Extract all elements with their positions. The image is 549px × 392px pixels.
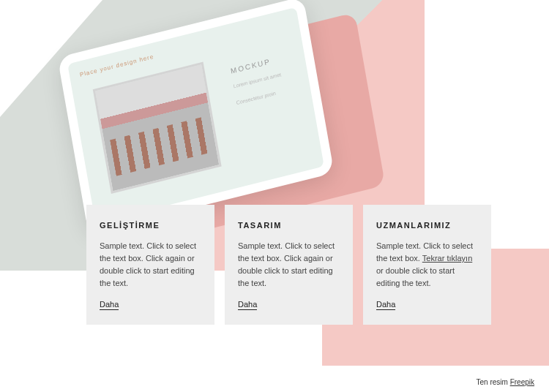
card-body[interactable]: Sample text. Click to select the text bo… bbox=[238, 240, 340, 290]
screen-preview-image bbox=[93, 62, 222, 194]
image-credit: Ten resim Freepik bbox=[477, 378, 534, 386]
card-design[interactable]: TASARIM Sample text. Click to select the… bbox=[225, 205, 353, 325]
card-more-link[interactable]: Daha bbox=[100, 300, 119, 310]
screen-side-text: MOCKUP Lorem ipsum sit amet Consectetur … bbox=[230, 52, 297, 107]
card-title: UZMANLARIMIZ bbox=[376, 221, 478, 230]
card-more-link[interactable]: Daha bbox=[238, 300, 257, 310]
inline-link[interactable]: Tekrar tıklayın bbox=[422, 254, 472, 263]
card-body[interactable]: Sample text. Click to select the text bo… bbox=[376, 240, 478, 290]
card-more-link[interactable]: Daha bbox=[376, 300, 395, 310]
card-development[interactable]: GELİŞTİRME Sample text. Click to select … bbox=[86, 205, 214, 325]
card-body[interactable]: Sample text. Click to select the text bo… bbox=[100, 240, 201, 290]
feature-cards-row: GELİŞTİRME Sample text. Click to select … bbox=[86, 205, 491, 325]
credit-source-link[interactable]: Freepik bbox=[510, 378, 534, 386]
card-title: TASARIM bbox=[238, 221, 340, 230]
card-experts[interactable]: UZMANLARIMIZ Sample text. Click to selec… bbox=[363, 205, 491, 325]
card-title: GELİŞTİRME bbox=[100, 221, 201, 230]
